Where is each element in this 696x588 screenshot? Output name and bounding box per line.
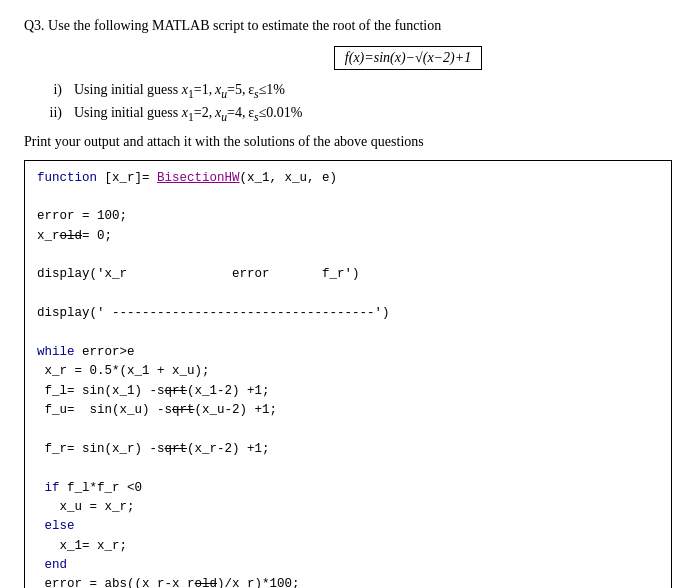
code-line: f_l= sin(x_1) -sqrt(x_1-2) +1; (37, 382, 659, 401)
code-line: if f_l*f_r <0 (37, 479, 659, 498)
formula-display: f(x)=sin(x)−√(x−2)+1 (334, 46, 482, 70)
code-line (37, 246, 659, 265)
code-line: function [x_r]= BisectionHW(x_1, x_u, e) (37, 169, 659, 188)
sub-items-list: i) Using initial guess x1=1, xu=5, εs≤1%… (24, 82, 672, 124)
code-line: while error>e (37, 343, 659, 362)
code-block: function [x_r]= BisectionHW(x_1, x_u, e)… (24, 160, 672, 588)
list-item: ii) Using initial guess x1=2, xu=4, εs≤0… (24, 105, 672, 124)
code-line: display(' ------------------------------… (37, 304, 659, 323)
list-item: i) Using initial guess x1=1, xu=5, εs≤1% (24, 82, 672, 101)
code-line: x_r = 0.5*(x_1 + x_u); (37, 362, 659, 381)
code-line (37, 459, 659, 478)
code-line: error = 100; (37, 207, 659, 226)
item-num-ii: ii) (24, 105, 74, 121)
code-line: error = abs((x_r-x_rold)/x_r)*100; (37, 575, 659, 588)
code-line (37, 285, 659, 304)
code-line: x_1= x_r; (37, 537, 659, 556)
code-line: f_u= sin(x_u) -sqrt(x_u-2) +1; (37, 401, 659, 420)
item-text-ii: Using initial guess x1=2, xu=4, εs≤0.01% (74, 105, 303, 124)
question-text: Q3. Use the following MATLAB script to e… (24, 18, 672, 34)
code-line: else (37, 517, 659, 536)
code-line: x_u = x_r; (37, 498, 659, 517)
code-line: x_rold= 0; (37, 227, 659, 246)
print-note: Print your output and attach it with the… (24, 134, 672, 150)
code-line (37, 324, 659, 343)
item-text-i: Using initial guess x1=1, xu=5, εs≤1% (74, 82, 285, 101)
code-line: display('x_r error f_r') (37, 265, 659, 284)
code-line (37, 188, 659, 207)
code-line: end (37, 556, 659, 575)
code-line (37, 420, 659, 439)
code-line: f_r= sin(x_r) -sqrt(x_r-2) +1; (37, 440, 659, 459)
item-num-i: i) (24, 82, 74, 98)
